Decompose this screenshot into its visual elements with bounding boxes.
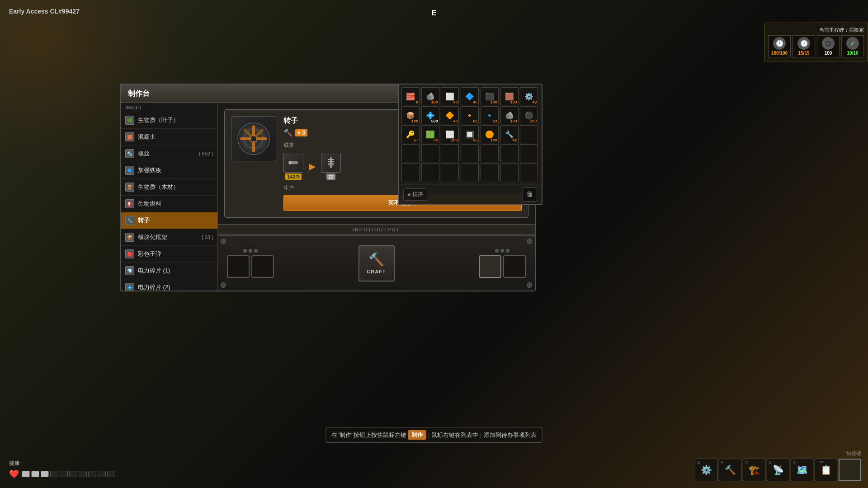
inv-slot-21[interactable]	[401, 144, 420, 162]
inv-slot-13[interactable]: ⚫ 100	[520, 106, 538, 124]
inv-count-4: 100	[491, 100, 497, 104]
recipe-item-reinforced[interactable]: 🔷 加强铁板	[121, 162, 217, 179]
inv-slot-33[interactable]	[500, 163, 519, 181]
hud-stat-3: ⬡ 100	[817, 35, 840, 57]
recipe-item-modular[interactable]: 📦 模块化框架 [ 23 ]	[121, 229, 217, 246]
machine-input-slots	[227, 249, 274, 278]
inv-slot-14[interactable]: 🔑 57	[401, 125, 420, 143]
inv-slot-15[interactable]: 🟩 36	[421, 125, 439, 143]
inv-slot-31[interactable]	[461, 163, 479, 181]
inv-slot-30[interactable]	[441, 163, 459, 181]
machine-input-slot-2[interactable]	[251, 255, 274, 278]
inv-slot-28[interactable]	[401, 163, 420, 181]
recipe-name-modular: 模块化框架	[138, 233, 198, 241]
inv-slot-9[interactable]: 🔶 43	[441, 106, 459, 124]
inv-icon-1: 🪨	[426, 92, 435, 101]
inv-slot-3[interactable]: 🔷 45	[461, 87, 479, 105]
version-label: Early Access CL#99427	[9, 8, 80, 15]
bottom-hint-sep: |	[428, 432, 429, 438]
inv-slot-2[interactable]: ⬜ 43	[441, 87, 459, 105]
inv-slot-4[interactable]: ⬛ 100	[481, 87, 499, 105]
stat-value-1: 100/100	[771, 51, 788, 56]
hud-stat-1: 🕐 100/100	[768, 35, 791, 57]
center-key-indicator: E	[432, 9, 437, 17]
stat-value-4: 10/10	[847, 51, 858, 56]
inv-slot-34[interactable]	[520, 163, 538, 181]
recipe-name-biomass-wood: 生物质（木材）	[138, 183, 213, 191]
input-output-bar: INPUT/OUTPUT	[218, 224, 535, 235]
inv-slot-8[interactable]: 💠 500	[421, 106, 439, 124]
hotbar-slot-c[interactable]: C 📡	[767, 459, 789, 481]
machine-output-slot-1[interactable]	[479, 255, 501, 278]
inv-slot-24[interactable]	[461, 144, 479, 162]
screw-svg	[324, 156, 338, 169]
machine-input-slot-1[interactable]	[227, 255, 250, 278]
recipe-name-biofuel: 生物燃料	[138, 200, 213, 208]
recipe-item-power-shard-1[interactable]: 💎 电力碎片 (1)	[121, 263, 217, 279]
recipe-item-biomass-leaves[interactable]: 🌿 生物质（叶子）	[121, 112, 217, 129]
inv-slot-20[interactable]	[520, 125, 538, 143]
hotbar-key-f: F	[721, 460, 724, 465]
trash-button[interactable]: 🗑	[523, 187, 537, 202]
inv-slot-17[interactable]: 🔲 55	[461, 125, 479, 143]
ingredient-icon-2	[321, 153, 341, 173]
inv-slot-23[interactable]	[441, 144, 459, 162]
hotbar-slot-f[interactable]: F 🔨	[719, 459, 741, 481]
inv-count-3: 45	[473, 100, 477, 104]
inv-slot-19[interactable]: 🔧 42	[500, 125, 519, 143]
recipe-item-concrete[interactable]: 🧱 混凝土	[121, 129, 217, 145]
inv-slot-10[interactable]: 🔸 62	[461, 106, 479, 124]
hotbar-slot-tab[interactable]: Tab↑ 📋	[815, 459, 837, 481]
inv-slot-18[interactable]: 🟠 100	[481, 125, 499, 143]
recipe-item-colored-bullets[interactable]: 🔴 彩色子弹	[121, 246, 217, 263]
svg-rect-6	[256, 137, 267, 140]
machine-output-slot-2[interactable]	[503, 255, 526, 278]
inv-slot-12[interactable]: 🪨 100	[500, 106, 519, 124]
inv-slot-16[interactable]: ⬜ 100	[441, 125, 459, 143]
inv-slot-0[interactable]: 🧱 9	[401, 87, 420, 105]
bottom-hint-text1: 在"制作"按钮上按住鼠标左键	[331, 431, 406, 439]
inv-slot-27[interactable]	[520, 144, 538, 162]
recipe-item-rotor[interactable]: 🔧 转子	[121, 212, 217, 229]
inv-slot-32[interactable]	[481, 163, 499, 181]
hotbar-slot-v[interactable]: V 🏗️	[743, 459, 765, 481]
recipe-item-screws[interactable]: 🔩 螺丝 [ 852 ]	[121, 145, 217, 162]
corner-screw-tl	[221, 239, 226, 244]
health-seg-4	[50, 471, 58, 477]
inv-slot-22[interactable]	[421, 144, 439, 162]
corner-screw-br	[527, 282, 532, 288]
hud-stat-4: ✓ 10/10	[841, 35, 864, 57]
recipe-icon-modular: 📦	[125, 233, 134, 242]
machine-dot-5	[500, 249, 504, 253]
recipe-sidebar: ФАСЕТ 🌿 生物质（叶子） 🧱 混凝土 🔩 螺丝 [ 852 ] 🔷 加强铁…	[121, 103, 218, 291]
inv-slot-11[interactable]: 🔹 23	[481, 106, 499, 124]
hotbar-slot-q[interactable]: Q ⚙️	[695, 459, 717, 481]
health-label: 健康	[9, 460, 115, 467]
health-seg-7	[79, 471, 87, 477]
inv-slot-25[interactable]	[481, 144, 499, 162]
craft-big-button[interactable]: 🔨 CRAFT	[359, 245, 395, 282]
craft-panel-title: 制作台	[128, 89, 150, 99]
yield-hammer-icon: 🔨	[283, 128, 292, 137]
inv-count-19: 42	[513, 138, 517, 142]
inv-slot-1[interactable]: 🪨 100	[421, 87, 439, 105]
inv-slot-26[interactable]	[500, 144, 519, 162]
hotbar-slot-empty[interactable]	[839, 459, 861, 481]
recipe-item-biofuel[interactable]: ⛽ 生物燃料	[121, 196, 217, 212]
recipe-item-biomass-wood[interactable]: 🪵 生物质（木材）	[121, 179, 217, 196]
inv-slot-7[interactable]: 📦 100	[401, 106, 420, 124]
sort-label: 排序	[412, 191, 423, 198]
recipe-image	[231, 116, 276, 161]
inv-icon-12: 🪨	[505, 111, 514, 120]
inv-icon-5: 🟫	[505, 92, 514, 101]
inv-icon-11: 🔹	[485, 111, 494, 120]
recipe-count-screws: [ 852 ]	[199, 151, 213, 156]
ingredient-count-2: 22	[326, 174, 335, 180]
recipe-item-power-shard-2[interactable]: 💠 电力碎片 (2)	[121, 279, 217, 291]
sort-button[interactable]: ≡ 排序	[403, 188, 427, 201]
inv-slot-5[interactable]: 🟫 100	[500, 87, 519, 105]
recipe-name-biomass-leaves: 生物质（叶子）	[138, 116, 213, 124]
inv-slot-6[interactable]: ⚙️ 49	[520, 87, 538, 105]
hotbar-slot-x[interactable]: X 🗺️	[791, 459, 813, 481]
inv-slot-29[interactable]	[421, 163, 439, 181]
